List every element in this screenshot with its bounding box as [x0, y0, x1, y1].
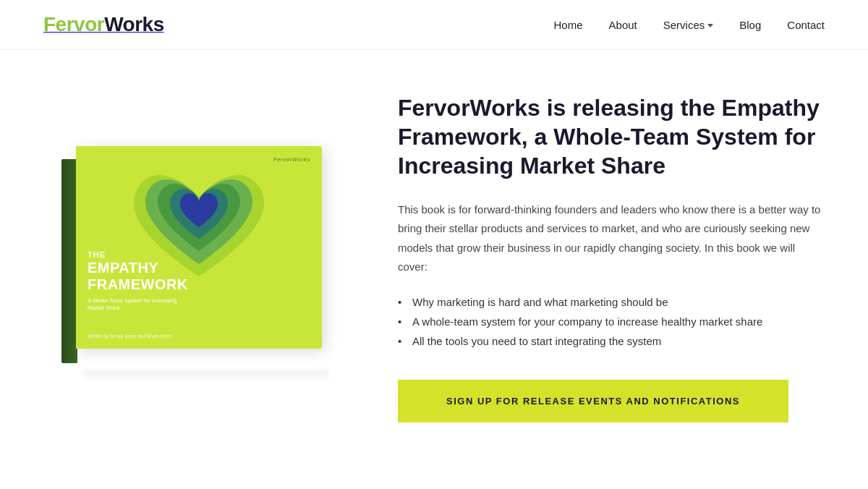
logo-works: Works: [104, 13, 164, 35]
book-title-area: THE EMPATHYFRAMEWORK A Whole-Team System…: [88, 250, 310, 312]
nav-item-about[interactable]: About: [609, 19, 637, 31]
chevron-down-icon: [707, 24, 713, 27]
book-title-main: EMPATHYFRAMEWORK: [88, 260, 310, 293]
nav-item-contact[interactable]: Contact: [787, 19, 825, 31]
main-headline: FervorWorks is releasing the Empathy Fra…: [398, 93, 825, 180]
book-authors: Written by Sonya Sinez and Bryan Hoell: [88, 333, 171, 339]
book-front: FervorWorks THE EMP: [76, 146, 322, 349]
book-brand: FervorWorks: [273, 156, 310, 163]
content-area: FervorWorks is releasing the Empathy Fra…: [398, 93, 825, 422]
feature-list: Why marketing is hard and what marketing…: [398, 292, 825, 351]
book-container: FervorWorks THE EMP: [43, 146, 354, 370]
list-item: A whole-team system for your company to …: [398, 312, 825, 331]
main-description: This book is for forward-thinking founde…: [398, 200, 825, 276]
book-shadow: [83, 370, 329, 380]
list-item: All the tools you need to start integrat…: [398, 331, 825, 351]
logo-fervor: Fervor: [43, 13, 104, 35]
nav-item-blog[interactable]: Blog: [739, 19, 761, 31]
book-subtitle: A Whole-Team System for Increasing Marke…: [88, 297, 189, 312]
nav-item-home[interactable]: Home: [554, 19, 583, 31]
main-nav: Home About Services Blog Contact: [554, 19, 825, 31]
nav-item-services[interactable]: Services: [663, 19, 714, 31]
list-item: Why marketing is hard and what marketing…: [398, 292, 825, 312]
book-spine: [61, 159, 77, 363]
book-wrapper: FervorWorks THE EMP: [61, 146, 336, 370]
main-content: FervorWorks THE EMP: [0, 50, 868, 480]
nav-services-label: Services: [663, 19, 705, 31]
logo[interactable]: FervorWorks: [43, 13, 164, 36]
site-header: FervorWorks Home About Services Blog Con…: [0, 0, 868, 50]
cta-button[interactable]: SIGN UP FOR RELEASE EVENTS AND NOTIFICAT…: [398, 380, 788, 422]
book-title-the: THE: [88, 250, 310, 259]
